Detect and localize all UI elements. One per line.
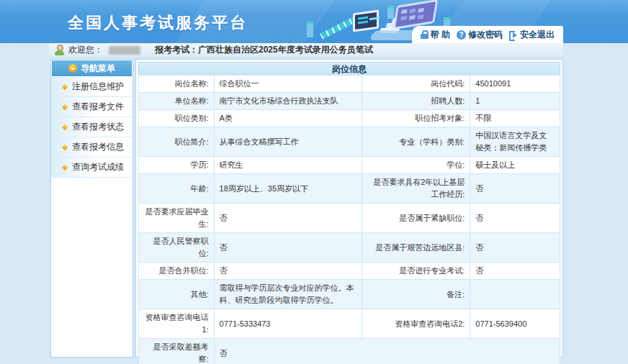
sidebar-item-query-exam-results[interactable]: 查询考试成绩 xyxy=(51,158,133,178)
job-info-table: 岗位名称: 综合职位一 岗位代码: 45010091 单位名称: 南宁市文化市场… xyxy=(138,75,560,364)
table-row: 年龄: 18周岁以上、35周岁以下 是否要求具有2年以上基层工作经历: 否 xyxy=(139,174,560,204)
sidebar-item-view-exam-documents[interactable]: 查看报考文件 xyxy=(51,97,133,117)
sidebar-title: 导航菜单 xyxy=(81,63,115,75)
sidebar-header: 导航菜单 xyxy=(52,60,132,76)
pillar-shape xyxy=(387,9,394,19)
field-value: 南宁市文化市场综合行政执法支队 xyxy=(214,93,362,110)
field-value: 18周岁以上、35周岁以下 xyxy=(214,174,362,204)
logout-label: 安全退出 xyxy=(520,29,555,41)
field-label: 职位类别: xyxy=(139,110,215,127)
field-value: 否 xyxy=(214,204,362,233)
field-label: 是否采取差额考察: xyxy=(139,339,215,364)
field-label: 是否进行专业考试: xyxy=(362,263,470,280)
field-label: 年龄: xyxy=(139,174,215,204)
field-value: 否 xyxy=(470,204,560,233)
field-value: 从事综合文稿撰写工作 xyxy=(214,127,362,157)
field-label: 招聘人数: xyxy=(362,93,470,110)
field-value: 否 xyxy=(214,339,560,364)
field-label: 学位: xyxy=(362,157,470,174)
chevron-down-icon xyxy=(68,64,77,73)
field-value xyxy=(470,280,560,309)
monitor-shape xyxy=(353,9,379,32)
table-row: 是否人民警察职位: 否 是否属于艰苦边远地区县: 否 xyxy=(139,233,560,263)
field-label: 是否要求具有2年以上基层工作经历: xyxy=(362,174,470,204)
field-value: 需取得与学历层次专业对应的学位。本科、研究生阶段均取得学历学位。 xyxy=(214,280,362,309)
table-row: 是否采取差额考察: 否 xyxy=(139,339,560,364)
field-value: 否 xyxy=(470,233,560,263)
field-label: 专业（学科）类别: xyxy=(362,127,470,157)
sidebar-item-label: 查询考试成绩 xyxy=(72,161,124,173)
table-row: 是否合并职位: 否 是否进行专业考试: 否 xyxy=(139,263,560,280)
diamond-bullet-icon xyxy=(62,124,68,129)
help-link-label: 帮 助 xyxy=(431,29,450,41)
sidebar-item-label: 查看报考状态 xyxy=(72,121,124,133)
field-label: 资格审查咨询电话1: xyxy=(139,309,215,339)
field-value: 0771-5639400 xyxy=(470,309,560,339)
field-value: 否 xyxy=(470,263,560,280)
field-value: 不限 xyxy=(470,110,560,127)
field-label: 是否人民警察职位: xyxy=(139,233,215,263)
exam-name: 广西壮族自治区2025年度考试录用公务员笔试 xyxy=(198,44,373,56)
field-label: 职位招考对象: xyxy=(362,110,470,127)
field-value: 研究生 xyxy=(214,157,362,174)
field-value: 1 xyxy=(470,93,560,110)
field-value: A类 xyxy=(214,110,362,127)
field-value: 综合职位一 xyxy=(214,76,362,93)
field-value: 否 xyxy=(214,263,362,280)
top-banner: 全国人事考试服务平台 帮 助 修改密码 安全退出 xyxy=(0,0,628,43)
sidebar: 导航菜单 注册信息维护 查看报考文件 查看报考状态 查看报考信息 查询考试成绩 xyxy=(50,59,133,358)
field-label: 是否属于紧缺职位: xyxy=(362,204,470,233)
card-shape xyxy=(393,0,439,29)
sidebar-item-view-application-info[interactable]: 查看报考信息 xyxy=(51,137,133,158)
pillar-shape xyxy=(307,24,313,37)
change-password-link[interactable]: 修改密码 xyxy=(457,29,503,41)
field-label: 资格审查咨询电话2: xyxy=(362,309,470,339)
diamond-bullet-icon xyxy=(62,144,68,150)
field-label: 职位简介: xyxy=(139,127,215,157)
diamond-bullet-icon xyxy=(62,164,68,170)
field-label: 是否合并职位: xyxy=(139,263,215,280)
field-value: 中国汉语言文学及文秘类；新闻传播学类 xyxy=(470,127,560,157)
welcome-greeting: 欢迎您： xyxy=(68,44,103,56)
help-link[interactable]: 帮 助 xyxy=(421,29,450,41)
diamond-bullet-icon xyxy=(62,83,68,89)
field-value: 否 xyxy=(470,174,560,204)
table-row: 单位名称: 南宁市文化市场综合行政执法支队 招聘人数: 1 xyxy=(139,93,560,110)
site-title: 全国人事考试服务平台 xyxy=(68,12,248,34)
field-value: 0771-5333473 xyxy=(214,309,362,339)
sidebar-item-label: 注册信息维护 xyxy=(72,81,124,93)
user-name-redacted xyxy=(109,46,140,55)
field-label: 岗位代码: xyxy=(362,76,470,93)
content-panel: 岗位信息 岗位名称: 综合职位一 岗位代码: 45010091 单位名称: 南宁… xyxy=(135,59,563,358)
sidebar-menu: 注册信息维护 查看报考文件 查看报考状态 查看报考信息 查询考试成绩 xyxy=(51,77,133,178)
field-label: 备注: xyxy=(362,280,470,309)
field-label: 是否属于艰苦边远地区县: xyxy=(362,233,470,263)
table-row: 岗位名称: 综合职位一 岗位代码: 45010091 xyxy=(139,76,560,93)
table-row: 资格审查咨询电话1: 0771-5333473 资格审查咨询电话2: 0771-… xyxy=(139,309,560,339)
change-password-label: 修改密码 xyxy=(468,29,503,41)
table-row: 学历: 研究生 学位: 硕士及以上 xyxy=(139,157,560,174)
user-avatar-icon xyxy=(55,45,64,55)
field-label: 是否要求应届毕业生: xyxy=(139,204,215,233)
field-label: 岗位名称: xyxy=(139,76,215,93)
table-row: 职位类别: A类 职位招考对象: 不限 xyxy=(139,110,560,127)
exam-label: 报考考试： xyxy=(155,44,198,56)
diamond-bullet-icon xyxy=(62,104,68,109)
sidebar-item-label: 查看报考文件 xyxy=(72,101,124,113)
field-label: 其他: xyxy=(139,280,215,309)
sidebar-item-view-application-status[interactable]: 查看报考状态 xyxy=(51,117,133,137)
sidebar-item-label: 查看报考信息 xyxy=(72,141,124,153)
exit-icon xyxy=(509,30,518,39)
field-label: 单位名称: xyxy=(139,93,215,110)
sidebar-item-registration-info[interactable]: 注册信息维护 xyxy=(51,77,133,97)
field-value: 45010091 xyxy=(470,76,560,93)
question-icon xyxy=(457,30,466,40)
main-layout: 导航菜单 注册信息维护 查看报考文件 查看报考状态 查看报考信息 查询考试成绩 xyxy=(0,59,628,358)
logout-link[interactable]: 安全退出 xyxy=(509,29,555,41)
table-row: 职位简介: 从事综合文稿撰写工作 专业（学科）类别: 中国汉语言文学及文秘类；新… xyxy=(139,127,560,157)
table-title: 岗位信息 xyxy=(138,62,560,75)
lock-icon xyxy=(421,30,429,39)
field-value: 硕士及以上 xyxy=(470,157,560,174)
table-row: 其他: 需取得与学历层次专业对应的学位。本科、研究生阶段均取得学历学位。 备注: xyxy=(139,280,560,309)
field-label: 学历: xyxy=(139,157,215,174)
